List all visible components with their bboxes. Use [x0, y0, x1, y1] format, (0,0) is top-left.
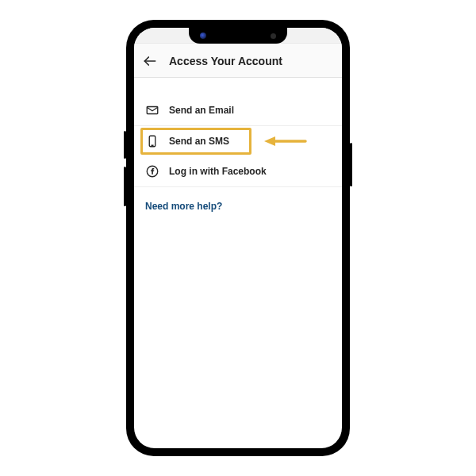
option-label: Log in with Facebook: [169, 166, 267, 177]
option-label: Send an SMS: [169, 136, 229, 147]
facebook-icon: [145, 164, 159, 178]
page-title: Access Your Account: [169, 55, 282, 67]
phone-notch: [189, 28, 287, 44]
option-label: Send an Email: [169, 105, 234, 116]
speaker-icon: [271, 33, 276, 39]
help-section: Need more help?: [134, 187, 342, 224]
volume-up-button: [124, 131, 126, 159]
phone-frame: Access Your Account Send an Email: [126, 20, 350, 456]
volume-down-button: [124, 167, 126, 206]
options-list: Send an Email Send an SMS: [134, 95, 342, 187]
option-send-email[interactable]: Send an Email: [134, 95, 342, 126]
email-icon: [145, 103, 159, 117]
help-link[interactable]: Need more help?: [145, 201, 222, 212]
front-camera-icon: [200, 33, 206, 39]
phone-screen: Access Your Account Send an Email: [134, 28, 342, 448]
page-header: Access Your Account: [134, 44, 342, 78]
arrow-annotation-icon: [263, 133, 307, 149]
phone-icon: [145, 134, 159, 148]
svg-marker-5: [264, 136, 275, 146]
option-send-sms[interactable]: Send an SMS: [134, 126, 342, 156]
back-arrow-icon[interactable]: [142, 53, 158, 69]
option-login-facebook[interactable]: Log in with Facebook: [134, 156, 342, 187]
power-button: [350, 143, 352, 186]
